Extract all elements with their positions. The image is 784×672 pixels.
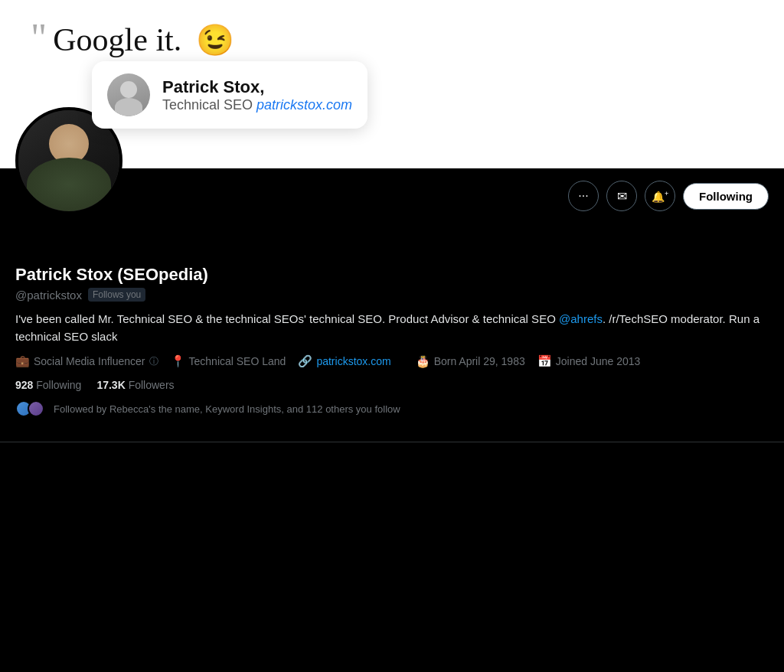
profile-handle: @patrickstox bbox=[15, 289, 82, 302]
meta-born: 🎂 Born April 29, 1983 bbox=[416, 354, 525, 368]
briefcase-icon: 💼 bbox=[15, 354, 30, 368]
tooltip-info: Patrick Stox, Technical SEO patrickstox.… bbox=[162, 77, 352, 113]
tooltip-card[interactable]: Patrick Stox, Technical SEO patrickstox.… bbox=[92, 61, 368, 129]
followed-avatars bbox=[15, 400, 44, 417]
info-icon: ⓘ bbox=[149, 355, 158, 368]
meta-category-text: Social Media Influencer bbox=[34, 355, 145, 367]
tooltip-avatar bbox=[107, 73, 150, 116]
tooltip-avatar-img bbox=[107, 73, 150, 116]
profile-display-name: Patrick Stox (SEOpedia) bbox=[15, 265, 769, 285]
message-icon: ✉ bbox=[617, 189, 627, 204]
meta-website-link[interactable]: patrickstox.com bbox=[316, 355, 390, 367]
notify-button[interactable]: 🔔+ bbox=[645, 181, 675, 211]
quote-emoji: 😉 bbox=[196, 23, 234, 57]
following-button[interactable]: Following bbox=[683, 183, 769, 210]
meta-joined-text: Joined June 2013 bbox=[556, 355, 641, 367]
tooltip-subtitle: Technical SEO patrickstox.com bbox=[162, 97, 352, 113]
cake-icon: 🎂 bbox=[416, 354, 430, 368]
profile-info: Patrick Stox (SEOpedia) @patrickstox Fol… bbox=[0, 211, 784, 442]
link-icon: 🔗 bbox=[298, 354, 312, 368]
location-icon: 📍 bbox=[171, 354, 185, 368]
followed-by-text: Followed by Rebecca's the name, Keyword … bbox=[54, 403, 400, 415]
following-label: Following bbox=[36, 379, 81, 391]
meta-website[interactable]: 🔗 patrickstox.com bbox=[298, 354, 390, 368]
profile-bio: I've been called Mr. Technical SEO & the… bbox=[15, 311, 769, 345]
followers-label: Followers bbox=[129, 379, 175, 391]
calendar-icon: 📅 bbox=[537, 354, 552, 368]
notify-icon: 🔔+ bbox=[652, 190, 668, 203]
quote-content: Google it. bbox=[53, 22, 181, 57]
following-stat[interactable]: 928 Following bbox=[15, 379, 81, 391]
tooltip-subtitle-text: Technical SEO bbox=[162, 97, 256, 113]
profile-stats: 928 Following 17.3K Followers bbox=[15, 379, 769, 391]
meta-joined: 📅 Joined June 2013 bbox=[537, 354, 641, 368]
profile-meta: 💼 Social Media Influencer ⓘ 📍 Technical … bbox=[15, 354, 769, 368]
followers-count: 17.3K bbox=[96, 379, 125, 391]
mention-ahrefs[interactable]: @ahrefs bbox=[559, 312, 603, 325]
follows-you-badge: Follows you bbox=[88, 288, 145, 302]
meta-location-text: Technical SEO Land bbox=[189, 355, 286, 367]
meta-born-text: Born April 29, 1983 bbox=[434, 355, 525, 367]
profile-handle-row: @patrickstox Follows you bbox=[15, 288, 769, 302]
followers-stat[interactable]: 17.3K Followers bbox=[96, 379, 174, 391]
quote-icon: " bbox=[31, 18, 47, 58]
tooltip-link[interactable]: patrickstox.com bbox=[256, 97, 352, 113]
profile-section: ··· ✉ 🔔+ Following Patrick Stox (SEOpedi… bbox=[0, 168, 784, 442]
more-button[interactable]: ··· bbox=[568, 181, 599, 211]
quote-text: Google it. 😉 bbox=[53, 21, 234, 58]
quote-row: " Google it. 😉 bbox=[31, 21, 753, 58]
divider bbox=[0, 442, 784, 442]
followed-avatar-2 bbox=[28, 400, 44, 417]
tooltip-name: Patrick Stox, bbox=[162, 77, 352, 97]
following-count: 928 bbox=[15, 379, 33, 391]
message-button[interactable]: ✉ bbox=[606, 181, 637, 211]
followed-by-row: Followed by Rebecca's the name, Keyword … bbox=[15, 400, 769, 429]
meta-location: 📍 Technical SEO Land bbox=[171, 354, 286, 368]
meta-category: 💼 Social Media Influencer ⓘ bbox=[15, 354, 158, 368]
